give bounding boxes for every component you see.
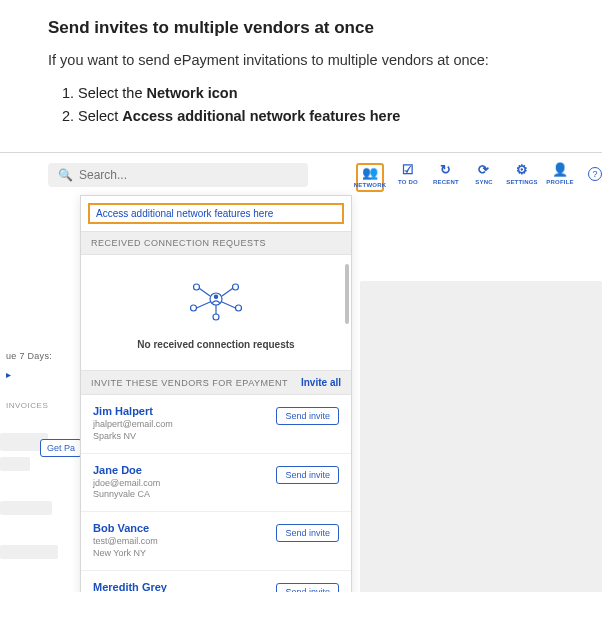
vendor-name[interactable]: Jim Halpert xyxy=(93,405,173,417)
bg-bar xyxy=(0,545,58,559)
vendor-name[interactable]: Meredith Grey xyxy=(93,581,185,593)
search-input[interactable] xyxy=(79,168,298,182)
page-heading: Send invites to multiple vendors at once xyxy=(48,18,578,38)
send-invite-button[interactable]: Send invite xyxy=(276,407,339,425)
invite-all-link[interactable]: Invite all xyxy=(301,377,341,388)
toolbar-label: SYNC xyxy=(475,179,492,185)
app-screenshot: ue 7 Days: ▸ INVOICES Get Pa 🔍 👥 NETWORK… xyxy=(0,152,602,592)
search-icon: 🔍 xyxy=(58,168,73,182)
vendor-name[interactable]: Jane Doe xyxy=(93,464,160,476)
intro-text: If you want to send ePayment invitations… xyxy=(48,52,578,68)
vendor-email: test@email.com xyxy=(93,536,158,548)
toolbar-profile[interactable]: 👤 PROFILE xyxy=(546,163,574,185)
step-prefix: Select the xyxy=(78,85,147,101)
toolbar-label: SETTINGS xyxy=(506,179,538,185)
step-prefix: Select xyxy=(78,108,122,124)
vendor-email: jdoe@email.com xyxy=(93,478,160,490)
vendor-location: Sunnyvale CA xyxy=(93,489,160,501)
step-item: Select Access additional network feature… xyxy=(78,105,578,128)
toolbar-label: NETWORK xyxy=(354,182,386,188)
vendor-row: Meredith Grey jlarson328@gmail.com Send … xyxy=(81,571,351,593)
checkbox-icon: ☑ xyxy=(402,163,414,177)
vendor-location: New York NY xyxy=(93,548,158,560)
bg-bar xyxy=(0,457,30,471)
steps-list: Select the Network icon Select Access ad… xyxy=(48,82,578,128)
panel-scrollbar[interactable] xyxy=(345,264,349,324)
search-box[interactable]: 🔍 xyxy=(48,163,308,187)
dropdown-arrow-icon[interactable]: ▸ xyxy=(6,369,11,380)
vendor-location: Sparks NV xyxy=(93,431,173,443)
empty-message: No received connection requests xyxy=(137,339,294,350)
svg-line-7 xyxy=(222,289,233,297)
label-invoices: INVOICES xyxy=(6,401,48,410)
step-item: Select the Network icon xyxy=(78,82,578,105)
access-features-link[interactable]: Access additional network features here xyxy=(88,203,344,224)
svg-line-6 xyxy=(200,289,211,297)
get-paid-button[interactable]: Get Pa xyxy=(40,439,82,457)
toolbar-recent[interactable]: ↻ RECENT xyxy=(432,163,460,185)
label-due-7-days: ue 7 Days: xyxy=(6,351,52,361)
svg-point-11 xyxy=(214,295,217,298)
vendor-name[interactable]: Bob Vance xyxy=(93,522,158,534)
sync-icon: ⟳ xyxy=(478,163,489,177)
svg-line-8 xyxy=(197,302,211,308)
network-dropdown-panel: Access additional network features here … xyxy=(80,195,352,592)
toolbar-label: RECENT xyxy=(433,179,459,185)
toolbar-sync[interactable]: ⟳ SYNC xyxy=(470,163,498,185)
invite-header-label: INVITE THESE VENDORS FOR EPAYMENT xyxy=(91,378,288,388)
svg-point-4 xyxy=(236,305,242,311)
svg-point-1 xyxy=(194,284,200,290)
profile-icon: 👤 xyxy=(552,163,568,177)
help-icon[interactable]: ? xyxy=(588,167,602,181)
toolbar-todo[interactable]: ☑ TO DO xyxy=(394,163,422,185)
toolbar-network[interactable]: 👥 NETWORK xyxy=(356,163,384,192)
svg-point-3 xyxy=(191,305,197,311)
vendor-row: Jim Halpert jhalpert@email.com Sparks NV… xyxy=(81,395,351,453)
toolbar-settings[interactable]: ⚙ SETTINGS xyxy=(508,163,536,185)
send-invite-button[interactable]: Send invite xyxy=(276,524,339,542)
vendor-email: jhalpert@email.com xyxy=(93,419,173,431)
svg-line-9 xyxy=(222,302,236,308)
vendor-row: Bob Vance test@email.com New York NY Sen… xyxy=(81,512,351,570)
gear-icon: ⚙ xyxy=(516,163,528,177)
bg-bar xyxy=(0,501,52,515)
svg-point-5 xyxy=(213,314,219,320)
received-requests-header: RECEIVED CONNECTION REQUESTS xyxy=(81,231,351,255)
empty-state: No received connection requests xyxy=(81,255,351,370)
invite-vendors-header: INVITE THESE VENDORS FOR EPAYMENT Invite… xyxy=(81,370,351,395)
history-icon: ↻ xyxy=(440,163,451,177)
toolbar-label: TO DO xyxy=(398,179,418,185)
svg-point-2 xyxy=(233,284,239,290)
toolbar-label: PROFILE xyxy=(546,179,573,185)
send-invite-button[interactable]: Send invite xyxy=(276,466,339,484)
top-toolbar: 🔍 👥 NETWORK ☑ TO DO ↻ RECENT ⟳ SYNC ⚙ xyxy=(48,153,578,192)
vendor-row: Jane Doe jdoe@email.com Sunnyvale CA Sen… xyxy=(81,454,351,512)
step-bold: Network icon xyxy=(147,85,238,101)
send-invite-button[interactable]: Send invite xyxy=(276,583,339,593)
toolbar-icons: 👥 NETWORK ☑ TO DO ↻ RECENT ⟳ SYNC ⚙ SETT… xyxy=(356,163,602,192)
network-graph-icon xyxy=(186,277,246,321)
people-icon: 👥 xyxy=(362,166,378,180)
bg-panel xyxy=(360,281,602,592)
step-bold: Access additional network features here xyxy=(122,108,400,124)
